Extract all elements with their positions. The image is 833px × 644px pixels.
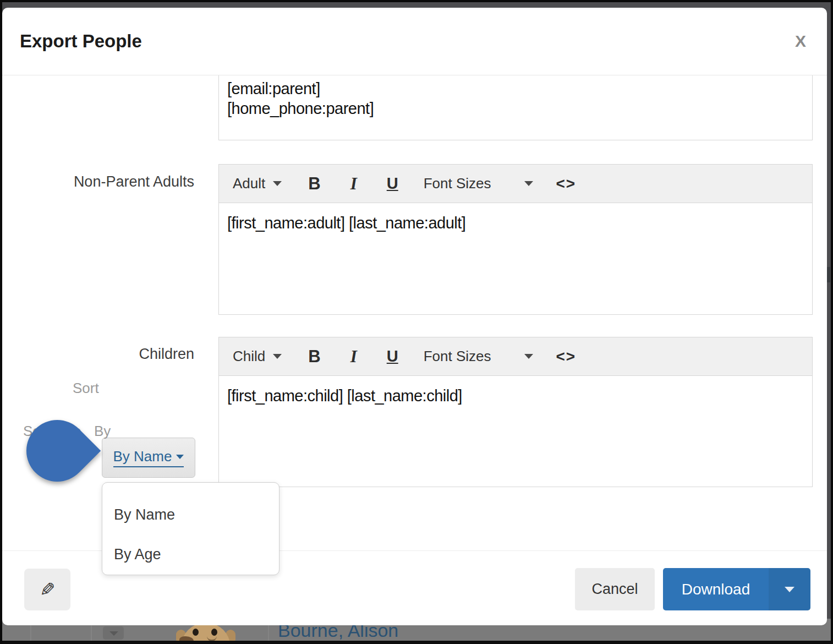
chevron-down-icon	[103, 626, 124, 640]
adult-editor-toolbar: Adult B I U Font Sizes <>	[219, 165, 812, 203]
export-people-screen: Bourne, Alison Export People X [email:pa…	[0, 0, 833, 644]
chevron-down-icon[interactable]	[524, 181, 533, 186]
download-split-button: Download	[663, 568, 810, 610]
parent-template-line: [home_phone:parent]	[219, 99, 812, 118]
bold-button[interactable]: B	[308, 347, 320, 367]
modal-body: [email:parent] [home_phone:parent] Non-P…	[2, 75, 827, 550]
page-title: Export People	[20, 31, 142, 52]
child-template-content[interactable]: [first_name:child] [last_name:child]	[219, 376, 812, 487]
download-options-button[interactable]	[769, 568, 810, 610]
sort-label: Sort	[73, 380, 99, 397]
italic-button[interactable]: I	[350, 347, 357, 367]
format-select-value: Adult	[233, 175, 265, 192]
chevron-down-icon	[273, 181, 282, 186]
format-select-value: Child	[233, 348, 265, 365]
children-label: Children	[2, 346, 194, 363]
adult-template-editor: Adult B I U Font Sizes <> [first_name:ad…	[218, 164, 813, 315]
pointer-cursor-icon	[14, 407, 101, 494]
chevron-down-icon	[273, 354, 282, 359]
pencil-icon: ✎	[40, 578, 56, 601]
cancel-button[interactable]: Cancel	[575, 568, 655, 610]
export-people-modal: Export People X [email:parent] [home_pho…	[2, 8, 827, 625]
format-select[interactable]: Adult	[233, 175, 282, 192]
parent-template-editor[interactable]: [email:parent] [home_phone:parent]	[218, 75, 813, 140]
download-button[interactable]: Download	[663, 568, 769, 610]
chevron-down-icon	[176, 455, 184, 459]
chevron-down-icon	[785, 587, 794, 592]
close-icon[interactable]: X	[795, 32, 806, 51]
italic-button[interactable]: I	[350, 174, 357, 194]
sort-dropdown-menu: By Name By Age	[102, 482, 280, 575]
non-parent-adults-label: Non-Parent Adults	[2, 173, 194, 190]
format-select[interactable]: Child	[233, 348, 282, 365]
underline-button[interactable]: U	[387, 174, 398, 193]
child-editor-toolbar: Child B I U Font Sizes <>	[219, 337, 812, 376]
adult-template-content[interactable]: [first_name:adult] [last_name:adult]	[219, 203, 812, 314]
modal-header: Export People X	[2, 8, 827, 75]
edit-template-button[interactable]: ✎	[24, 569, 70, 610]
bold-button[interactable]: B	[308, 174, 320, 194]
chevron-down-icon[interactable]	[524, 354, 533, 359]
child-template-editor: Child B I U Font Sizes <> [first_name:ch…	[218, 337, 813, 487]
menu-item-by-age[interactable]: By Age	[102, 538, 279, 577]
font-sizes-select[interactable]: Font Sizes	[424, 348, 491, 365]
parent-template-line: [email:parent]	[219, 75, 812, 99]
separate-value: By	[94, 423, 111, 440]
source-code-icon[interactable]: <>	[556, 175, 577, 193]
sort-by-value: By Name	[113, 448, 172, 465]
font-sizes-select[interactable]: Font Sizes	[424, 175, 491, 192]
sort-by-dropdown-button[interactable]: By Name	[102, 438, 195, 478]
menu-item-by-name[interactable]: By Name	[102, 498, 279, 538]
underline-button[interactable]: U	[387, 347, 398, 365]
divider	[2, 641, 831, 644]
source-code-icon[interactable]: <>	[556, 348, 577, 365]
